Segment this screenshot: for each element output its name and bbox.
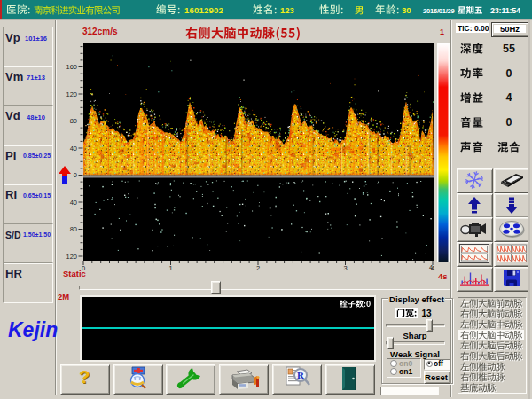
svg-text:120: 120 <box>66 90 77 98</box>
svg-text:40: 40 <box>70 199 77 207</box>
svg-text:80: 80 <box>70 225 77 233</box>
svg-text:160: 160 <box>66 63 77 71</box>
svg-text:80: 80 <box>70 117 77 125</box>
svg-text:R: R <box>297 370 305 380</box>
svg-text:1: 1 <box>168 264 172 272</box>
svg-text:2: 2 <box>256 264 260 272</box>
svg-text:0: 0 <box>74 171 77 179</box>
svg-text:40: 40 <box>70 145 77 153</box>
svg-text:3: 3 <box>343 264 347 272</box>
svg-text:120: 120 <box>66 253 77 261</box>
